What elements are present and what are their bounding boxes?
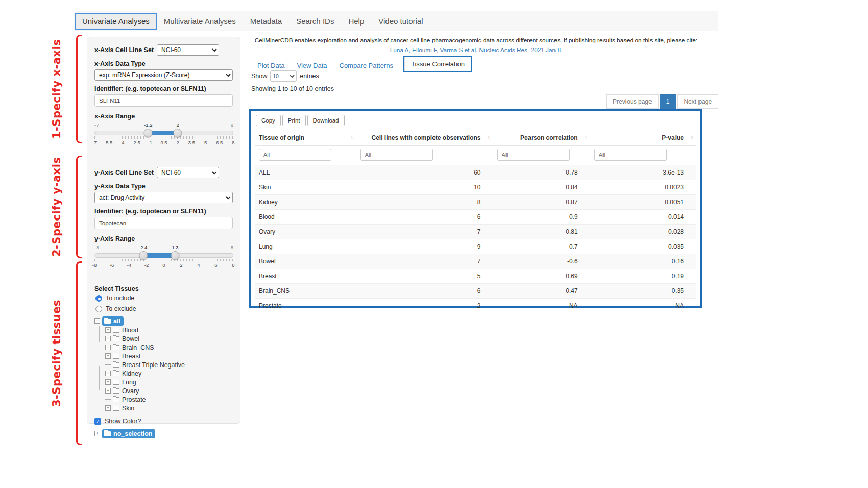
p-cell: 0.035 (590, 239, 696, 254)
tissue-include-radio[interactable]: To include (95, 295, 233, 302)
expand-icon[interactable]: + (105, 371, 111, 376)
table-row-prostate[interactable]: Prostate2NANA (255, 299, 696, 313)
table-row-lung[interactable]: Lung90.70.035 (255, 239, 696, 254)
tree-node-label: Breast Triple Negative (122, 361, 185, 369)
print-button[interactable]: Print (282, 115, 306, 126)
folder-icon (113, 354, 119, 359)
column-header-pearson-correlation[interactable]: Pearson correlation↑↓ (493, 130, 590, 146)
n-cell: 8 (356, 195, 493, 210)
n-cell: 6 (356, 284, 493, 299)
sort-icon[interactable]: ↑↓ (585, 135, 587, 140)
x-range-slider[interactable]: -78-1.22-7-5.5-4-2.5-10.523.556.58 (94, 122, 233, 151)
nav-item-univariate-analyses[interactable]: Univariate Analyses (75, 13, 157, 30)
expand-icon[interactable]: + (105, 353, 111, 359)
table-row-all[interactable]: ALL600.783.6e-13 (255, 165, 696, 180)
column-header-p-value[interactable]: P-value↑↓ (590, 130, 696, 146)
nav-item-search-ids[interactable]: Search IDs (289, 13, 341, 30)
show-color-checkbox-row[interactable]: ✓ Show Color? (94, 418, 233, 425)
tree-node-kidney[interactable]: +Kidney (105, 369, 233, 378)
expand-icon[interactable]: + (105, 405, 111, 411)
y-range-slider[interactable]: -88-2.41.3-8-6-4-202468 (94, 245, 233, 273)
page-size-select[interactable]: 10 (270, 70, 297, 82)
slider-rail[interactable] (94, 131, 233, 135)
tree-node-prostate[interactable]: Prostate (105, 395, 233, 404)
table-row-breast[interactable]: Breast50.690.19 (255, 269, 696, 284)
table-row-skin[interactable]: Skin100.840.0023 (255, 180, 696, 195)
expand-icon[interactable]: + (105, 327, 111, 333)
expand-icon[interactable]: + (94, 431, 100, 436)
tissue-exclude-label: To exclude (106, 305, 136, 312)
y-cell-line-set-label: y-Axis Cell Line Set (94, 169, 154, 176)
y-data-type-select[interactable]: act: Drug Activity (94, 192, 233, 203)
filter-input-tissue-of-origin[interactable] (259, 149, 331, 161)
tree-node-lung[interactable]: +Lung (105, 378, 233, 386)
tree-node-ovary[interactable]: +Ovary (105, 386, 233, 395)
x-identifier-input[interactable] (94, 94, 233, 107)
previous-page-button[interactable]: Previous page (606, 94, 659, 109)
nav-item-multivariate-analyses[interactable]: Multivariate Analyses (157, 13, 243, 30)
tab-compare-patterns[interactable]: Compare Patterns (333, 59, 400, 72)
tree-node-breast-triple-negative[interactable]: Breast Triple Negative (105, 360, 233, 369)
tree-node-brain-cns[interactable]: +Brain_CNS (105, 343, 233, 352)
expand-icon[interactable]: + (105, 345, 111, 350)
tissue-cell: Skin (255, 180, 356, 195)
expand-icon[interactable]: + (105, 336, 111, 341)
y-identifier-input[interactable] (94, 217, 233, 229)
nav-item-video-tutorial[interactable]: Video tutorial (371, 13, 430, 30)
p-cell: 0.028 (590, 225, 696, 239)
tree-node-no-selection[interactable]: + no_selection (94, 429, 233, 438)
nav-item-metadata[interactable]: Metadata (243, 13, 290, 30)
tree-node-label: Brain_CNS (122, 344, 154, 351)
filter-input-pearson-correlation[interactable] (497, 149, 570, 161)
sort-icon[interactable]: ↑↓ (690, 135, 693, 140)
tree-node-label: Lung (122, 379, 136, 386)
x-data-type-select[interactable]: exp: mRNA Expression (Z-Score) (94, 69, 233, 81)
tree-node-breast[interactable]: +Breast (105, 352, 233, 360)
citation-link[interactable]: Luna A, Elloumi F, Varma S et al. Nuclei… (250, 46, 702, 54)
x-cell-line-set-select[interactable]: NCI-60 (157, 44, 219, 56)
download-button[interactable]: Download (307, 115, 345, 126)
slider-rail[interactable] (94, 253, 233, 258)
page-1-button[interactable]: 1 (660, 94, 677, 109)
active-tab-highlight-box: Tissue Correlation (403, 56, 472, 72)
table-row-kidney[interactable]: Kidney80.870.0051 (255, 195, 696, 210)
table-row-blood[interactable]: Blood60.90.014 (255, 210, 696, 225)
sort-icon[interactable]: ↑↓ (488, 135, 490, 140)
slider-handle-high[interactable] (174, 129, 182, 137)
y-cell-line-set-select[interactable]: NCI-60 (157, 167, 219, 178)
next-page-button[interactable]: Next page (677, 94, 718, 109)
expand-icon[interactable]: + (105, 388, 111, 394)
folder-icon (104, 319, 111, 324)
column-header-tissue-of-origin[interactable]: Tissue of origin↑↓ (255, 130, 356, 146)
slider-to-value: 2 (177, 122, 179, 128)
slider-tick-marks (94, 259, 233, 261)
step2-label: 2-Specify y-axis (49, 156, 64, 258)
slider-handle-low[interactable] (144, 129, 153, 137)
p-cell: 0.16 (590, 254, 696, 269)
r-cell: 0.84 (493, 180, 590, 195)
tab-tissue-correlation[interactable]: Tissue Correlation (404, 57, 471, 71)
copy-button[interactable]: Copy (256, 115, 281, 126)
step3-label: 3-Specify tissues (49, 261, 64, 445)
collapse-icon[interactable]: − (94, 318, 100, 324)
nav-item-help[interactable]: Help (341, 13, 371, 30)
citation-block: CellMinerCDB enables exploration and ana… (250, 37, 702, 54)
filter-input-cell-lines-with-complete-observations[interactable] (360, 149, 433, 161)
x-identifier-label: Identifier: (e.g. topotecan or SLFN11) (94, 85, 233, 92)
tree-node-skin[interactable]: +Skin (105, 404, 233, 412)
table-row-ovary[interactable]: Ovary70.810.028 (255, 225, 696, 239)
slider-min-label: -7 (94, 122, 99, 128)
filter-input-p-value[interactable] (594, 149, 667, 161)
tree-node-all[interactable]: − all (94, 316, 233, 326)
tree-node-blood[interactable]: +Blood (105, 326, 233, 334)
tissue-exclude-radio[interactable]: To exclude (95, 305, 233, 312)
slider-handle-low[interactable] (139, 251, 148, 260)
slider-handle-high[interactable] (171, 251, 179, 260)
table-row-brain-cns[interactable]: Brain_CNS60.470.35 (255, 284, 696, 299)
sort-icon[interactable]: ↑↓ (351, 135, 353, 140)
tree-node-bowel[interactable]: +Bowel (105, 334, 233, 343)
column-header-cell-lines-with-complete-observations[interactable]: Cell lines with complete observations↑↓ (356, 130, 493, 146)
table-row-bowel[interactable]: Bowel7-0.60.16 (255, 254, 696, 269)
y-range-label: y-Axis Range (94, 235, 233, 242)
expand-icon[interactable]: + (105, 379, 111, 385)
